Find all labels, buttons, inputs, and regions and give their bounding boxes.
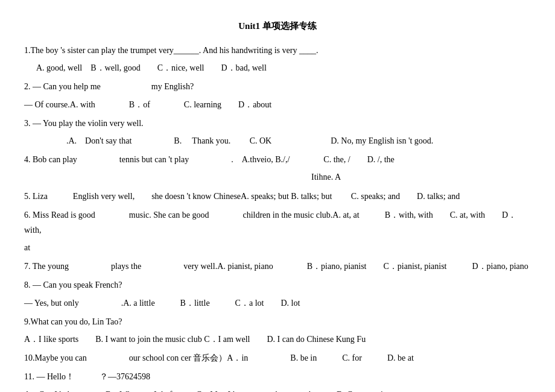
q5-text: 5. Liza English very well, she doesn 't …: [24, 189, 531, 204]
q11-text: 11. — Hello！ ？—37624598: [24, 369, 531, 384]
q2a-text: 2. — Can you help me my English?: [24, 79, 531, 94]
q7-text: 7. The young plays the very well.A. pian…: [24, 259, 531, 274]
question-4: 4. Bob can play tennis but can 't play .…: [24, 152, 531, 185]
q2b-text: — Of course.A. with B．of C. learning D．a…: [24, 97, 531, 112]
question-3: 3. — You play the violin very well. .A. …: [24, 116, 531, 148]
q4-text: 4. Bob can play tennis but can 't play .…: [24, 152, 531, 167]
question-5: 5. Liza English very well, she doesn 't …: [24, 189, 531, 204]
q3b-text: .A. Don't say that B. Thank you. C. OK D…: [24, 133, 531, 148]
q8a-text: 8. — Can you speak French?: [24, 277, 531, 292]
q10-text: 10.Maybe you can our school con cer 音乐会）…: [24, 350, 531, 365]
question-6: 6. Miss Read is good music. She can be g…: [24, 207, 531, 256]
q3a-text: 3. — You play the violin very well.: [24, 116, 531, 131]
q8b-text: — Yes, but only .A. a little B．little C．…: [24, 296, 531, 311]
q4-note: Itihne. A: [24, 169, 531, 185]
question-8: 8. — Can you speak French? — Yes, but on…: [24, 277, 531, 310]
q11-options: A．Can I help you B．What can I do for you…: [24, 387, 531, 392]
page-container: Unit1 单项选择专练 1.The boy 's sister can pla…: [24, 18, 531, 392]
q1-text: 1.The boy 's sister can play the trumpet…: [24, 43, 531, 58]
question-10: 10.Maybe you can our school con cer 音乐会）…: [24, 350, 531, 365]
question-7: 7. The young plays the very well.A. pian…: [24, 259, 531, 274]
q9-text: 9.What can you do, Lin Tao?: [24, 314, 531, 329]
question-1: 1.The boy 's sister can play the trumpet…: [24, 43, 531, 75]
q9-options: A．I like sports B. I want to join the mu…: [24, 332, 531, 347]
q6b-text: at: [24, 240, 531, 255]
question-9: 9.What can you do, Lin Tao? A．I like spo…: [24, 314, 531, 347]
question-11: 11. — Hello！ ？—37624598 A．Can I help you…: [24, 369, 531, 392]
q1-options: A. good, well B．well, good C．nice, well …: [24, 60, 531, 75]
page-title: Unit1 单项选择专练: [24, 18, 531, 34]
question-2: 2. — Can you help me my English? — Of co…: [24, 79, 531, 112]
q6-text: 6. Miss Read is good music. She can be g…: [24, 207, 531, 238]
